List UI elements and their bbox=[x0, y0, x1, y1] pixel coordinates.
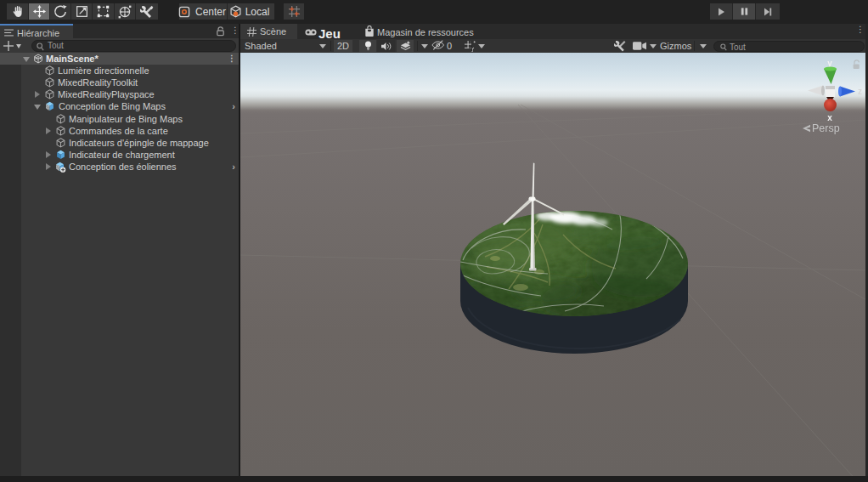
svg-text:z: z bbox=[858, 87, 862, 96]
svg-text:Persp: Persp bbox=[812, 122, 840, 134]
svg-text:y: y bbox=[827, 59, 832, 68]
svg-text:x: x bbox=[827, 113, 832, 122]
